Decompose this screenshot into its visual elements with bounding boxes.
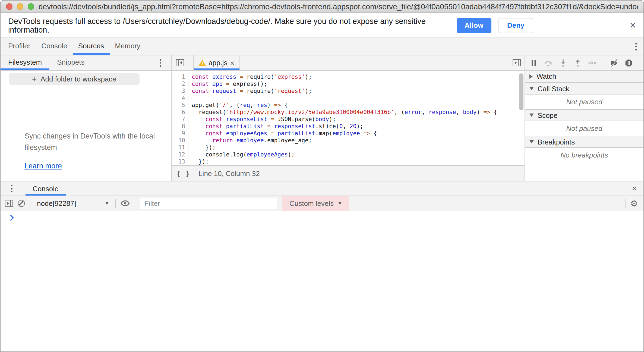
console-sidebar-icon[interactable] xyxy=(5,200,13,207)
step-out-icon[interactable] xyxy=(573,59,582,67)
cursor-position: Line 10, Column 32 xyxy=(198,169,260,177)
editor-scrollbar[interactable] xyxy=(519,73,523,110)
code-line: console.log(employeeAges); xyxy=(192,151,525,158)
debugger-toolbar-divider xyxy=(603,58,603,67)
code-line: const employeeAges = partialList.map(emp… xyxy=(192,130,525,137)
code-area[interactable]: 12345678910111213 const express = requir… xyxy=(172,71,525,165)
editor-pane: app.js × 12345678910111213 const express… xyxy=(172,55,525,181)
chevron-down-icon xyxy=(529,140,534,143)
sources-panel: Filesystem Snippets + Add folder to work… xyxy=(1,55,643,181)
add-folder-label: Add folder to workspace xyxy=(40,75,116,83)
sync-message: Sync changes in DevTools with the local … xyxy=(24,130,161,153)
code-line: const responseList = JSON.parse(body); xyxy=(192,116,525,123)
scope-section-header[interactable]: Scope xyxy=(525,109,643,121)
breakpoints-content: No breakpoints xyxy=(525,148,643,162)
tab-filesystem[interactable]: Filesystem xyxy=(1,55,49,70)
tab-console[interactable]: Console xyxy=(36,38,72,55)
file-tab-label: app.js xyxy=(209,59,227,67)
code-line: }); xyxy=(192,158,525,165)
file-tab-appjs[interactable]: app.js × xyxy=(193,55,240,70)
pause-on-exceptions-icon[interactable] xyxy=(624,59,633,67)
dropdown-arrow-icon xyxy=(105,202,109,205)
banner-message: DevTools requests full access to /Users/… xyxy=(8,17,457,34)
drawer-header: Console × xyxy=(1,181,643,196)
console-prompt-chevron-icon xyxy=(8,215,14,221)
navigator-sidebar: Filesystem Snippets + Add folder to work… xyxy=(1,55,172,181)
call-stack-content: Not paused xyxy=(525,95,643,109)
collapse-navigator-icon[interactable] xyxy=(172,55,188,70)
chevron-down-icon xyxy=(529,114,534,117)
permission-banner: DevTools requests full access to /Users/… xyxy=(1,13,643,38)
scope-content: Not paused xyxy=(525,121,643,136)
console-toolbar: node[92287] Custom levels ⚙ xyxy=(1,196,643,211)
code-line: app.get('/', (req, res) => { xyxy=(192,102,525,109)
deactivate-breakpoints-icon[interactable] xyxy=(610,59,618,67)
breakpoints-section-header[interactable]: Breakpoints xyxy=(525,136,643,148)
main-menu-kebab-icon[interactable] xyxy=(628,38,643,55)
warning-icon xyxy=(199,60,206,66)
show-debugger-sidebar-icon[interactable] xyxy=(508,55,525,70)
log-levels-dropdown[interactable]: Custom levels xyxy=(282,196,349,211)
tab-snippets[interactable]: Snippets xyxy=(49,55,92,70)
step-into-icon[interactable] xyxy=(559,59,567,67)
step-icon[interactable] xyxy=(588,59,596,67)
code-line: request('http://www.mocky.io/v2/5e1a9abe… xyxy=(192,109,525,116)
titlebar: devtools://devtools/bundled/js_app.html?… xyxy=(1,1,643,13)
add-folder-button[interactable]: + Add folder to workspace xyxy=(9,73,140,85)
allow-button[interactable]: Allow xyxy=(457,18,491,33)
tab-profiler[interactable]: Profiler xyxy=(3,38,36,55)
code-line: }); xyxy=(192,144,525,151)
tab-sources[interactable]: Sources xyxy=(73,38,109,55)
editor-tabbar: app.js × xyxy=(172,55,525,71)
traffic-zoom-icon[interactable] xyxy=(28,3,34,10)
drawer-tab-console[interactable]: Console xyxy=(26,181,65,196)
debugger-sidebar: Watch Call Stack Not paused Scope Not pa… xyxy=(525,55,643,181)
filter-input[interactable] xyxy=(140,198,277,209)
banner-close-icon[interactable]: × xyxy=(630,20,636,30)
code-line: const express = require('express'); xyxy=(192,73,525,80)
code-line: const request = require('request'); xyxy=(192,87,525,95)
chevron-right-icon xyxy=(529,74,533,78)
tab-memory[interactable]: Memory xyxy=(109,38,146,55)
call-stack-section-header[interactable]: Call Stack xyxy=(525,83,643,95)
code-line: const partialList = responseList.slice(0… xyxy=(192,123,525,130)
code-line xyxy=(192,95,525,102)
context-selector-dropdown[interactable]: node[92287] xyxy=(35,199,110,208)
file-tab-close-icon[interactable]: × xyxy=(230,59,234,67)
debugger-toolbar xyxy=(525,55,643,71)
toolbar-spacer xyxy=(146,38,628,55)
main-toolbar: Profiler Console Sources Memory xyxy=(1,38,643,55)
window-title: devtools://devtools/bundled/js_app.html?… xyxy=(39,2,638,11)
chevron-down-icon xyxy=(529,87,534,90)
devtools-window: devtools://devtools/bundled/js_app.html?… xyxy=(0,0,644,352)
code-line: return employee.employee_age; xyxy=(192,137,525,144)
editor-code-lines: const express = require('express');const… xyxy=(188,71,525,165)
drawer-close-icon[interactable]: × xyxy=(632,184,637,193)
plus-icon: + xyxy=(32,75,37,83)
pretty-print-icon[interactable]: { } xyxy=(176,169,190,177)
deny-button[interactable]: Deny xyxy=(498,18,533,33)
editor-gutter: 12345678910111213 xyxy=(172,71,188,165)
step-over-icon[interactable] xyxy=(544,59,552,67)
watch-section-header[interactable]: Watch xyxy=(525,71,643,83)
navigator-menu-kebab-icon[interactable] xyxy=(153,55,168,70)
navigator-tabs: Filesystem Snippets xyxy=(1,55,171,71)
eye-icon[interactable] xyxy=(121,200,130,207)
settings-gear-icon[interactable]: ⚙ xyxy=(630,199,638,208)
dropdown-arrow-icon xyxy=(338,202,341,205)
clear-console-icon[interactable] xyxy=(18,200,25,207)
traffic-minimize-icon[interactable] xyxy=(17,3,23,10)
pause-icon[interactable] xyxy=(529,59,538,67)
editor-statusbar: { } Line 10, Column 32 xyxy=(172,165,525,181)
console-prompt-area[interactable] xyxy=(1,211,643,351)
drawer-menu-kebab-icon[interactable] xyxy=(4,181,19,196)
console-drawer: Console × node[92287] Custom levels xyxy=(1,181,643,351)
learn-more-link[interactable]: Learn more xyxy=(24,162,62,170)
code-line: const app = express(); xyxy=(192,80,525,87)
traffic-close-icon[interactable] xyxy=(6,3,12,10)
